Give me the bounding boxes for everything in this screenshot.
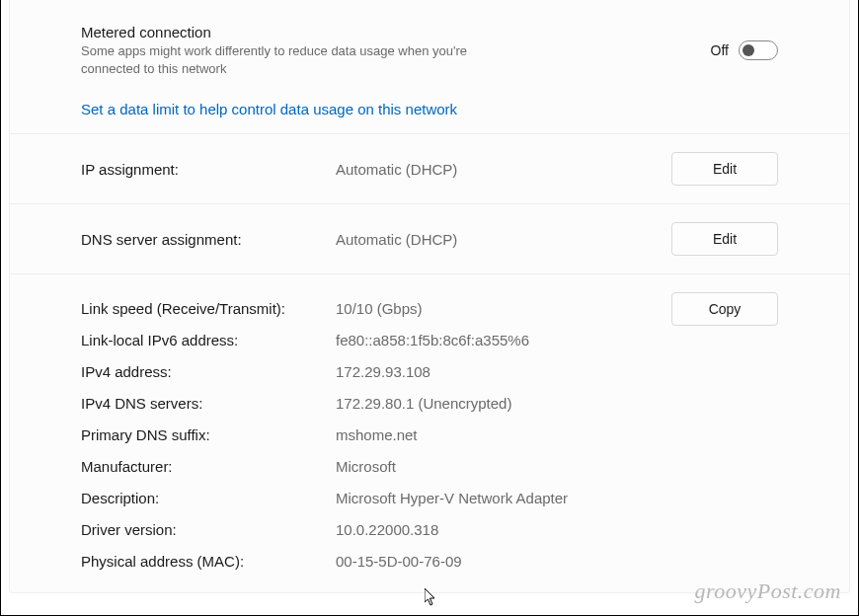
detail-value: mshome.net	[336, 426, 778, 443]
dns-assignment-value: Automatic (DHCP)	[336, 231, 671, 248]
detail-value: Microsoft	[336, 458, 778, 475]
metered-subtitle: Some apps might work differently to redu…	[81, 42, 496, 77]
dns-assignment-row: DNS server assignment: Automatic (DHCP) …	[10, 204, 849, 274]
detail-row: Description:Microsoft Hyper-V Network Ad…	[81, 482, 778, 513]
detail-label: Physical address (MAC):	[81, 553, 336, 570]
detail-row: IPv4 address:172.29.93.108	[81, 355, 778, 387]
detail-value: 10.0.22000.318	[336, 521, 778, 538]
detail-label: IPv4 address:	[81, 363, 336, 380]
metered-toggle[interactable]	[739, 40, 778, 60]
data-limit-link[interactable]: Set a data limit to help control data us…	[81, 101, 457, 117]
detail-value: 00-15-5D-00-76-09	[336, 553, 778, 570]
detail-row: Manufacturer:Microsoft	[81, 450, 778, 482]
metered-title: Metered connection	[81, 24, 691, 40]
detail-row: Physical address (MAC):00-15-5D-00-76-09	[81, 545, 778, 577]
detail-value: 172.29.80.1 (Unencrypted)	[336, 395, 778, 412]
detail-value: fe80::a858:1f5b:8c6f:a355%6	[336, 332, 778, 348]
metered-toggle-label: Off	[711, 42, 729, 58]
dns-assignment-label: DNS server assignment:	[81, 231, 336, 248]
detail-label: Link speed (Receive/Transmit):	[81, 300, 336, 317]
metered-connection-section: Metered connection Some apps might work …	[10, 0, 849, 134]
detail-value: Microsoft Hyper-V Network Adapter	[336, 490, 778, 506]
detail-row: Primary DNS suffix:mshome.net	[81, 419, 778, 450]
ip-assignment-edit-button[interactable]: Edit	[671, 152, 778, 186]
detail-value: 172.29.93.108	[336, 363, 778, 380]
network-details-section: Copy Link speed (Receive/Transmit):10/10…	[10, 274, 849, 584]
toggle-knob-icon	[742, 44, 754, 56]
copy-button[interactable]: Copy	[671, 292, 778, 326]
ip-assignment-value: Automatic (DHCP)	[336, 161, 671, 178]
dns-assignment-edit-button[interactable]: Edit	[671, 222, 778, 256]
detail-row: IPv4 DNS servers:172.29.80.1 (Unencrypte…	[81, 387, 778, 419]
detail-label: IPv4 DNS servers:	[81, 395, 336, 412]
detail-label: Description:	[81, 490, 336, 506]
detail-row: Driver version:10.0.22000.318	[81, 513, 778, 545]
detail-label: Link-local IPv6 address:	[81, 332, 336, 348]
detail-label: Primary DNS suffix:	[81, 426, 336, 443]
detail-label: Driver version:	[81, 521, 336, 538]
detail-row: Link-local IPv6 address:fe80::a858:1f5b:…	[81, 324, 778, 355]
detail-label: Manufacturer:	[81, 458, 336, 475]
ip-assignment-label: IP assignment:	[81, 161, 336, 178]
ip-assignment-row: IP assignment: Automatic (DHCP) Edit	[10, 134, 849, 204]
